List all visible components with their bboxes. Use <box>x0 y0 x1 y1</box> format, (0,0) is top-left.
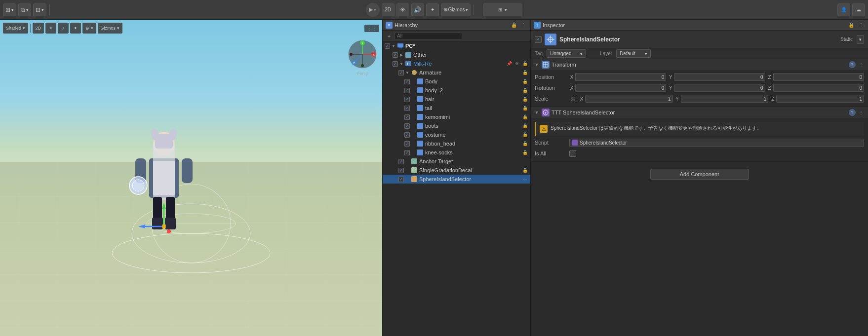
transform-options-btn[interactable]: ⋮ <box>857 61 865 69</box>
hierarchy-item-costume[interactable]: ▶ costume 🔒 <box>383 130 530 139</box>
hierarchy-item-milk-re[interactable]: ▼ P Milk-Re 📌 👁 🔒 <box>383 59 530 68</box>
transform-scale-z-input[interactable] <box>776 95 864 103</box>
hierarchy-checkbox-armature[interactable] <box>397 69 404 76</box>
hierarchy-label-hair: hair <box>425 96 434 102</box>
milk-re-eye-icon[interactable]: 👁 <box>513 60 520 67</box>
hierarchy-label-single-gradation: SingleGradationDecal <box>419 167 472 173</box>
scene-audio-btn[interactable]: ♪ <box>58 23 69 34</box>
ttt-options-btn[interactable]: ⋮ <box>857 109 865 116</box>
scene-lights-btn[interactable]: ☀ <box>45 23 56 34</box>
add-component-button[interactable]: Add Component <box>650 169 749 180</box>
transform-position-y-input[interactable] <box>674 73 765 81</box>
hierarchy-arrow-milk-re[interactable]: ▼ <box>398 61 404 67</box>
transform-position-x: X <box>569 73 666 81</box>
transform-rotation-x-input[interactable] <box>575 84 666 92</box>
hierarchy-icon-armature <box>410 69 418 76</box>
hierarchy-lock-btn[interactable]: 🔒 <box>510 21 518 29</box>
hierarchy-options-btn[interactable]: ⋮ <box>519 21 527 29</box>
hierarchy-item-anchor-target[interactable]: ▶ Anchor Target <box>383 157 530 166</box>
hierarchy-item-other[interactable]: ▶ Other <box>383 50 530 59</box>
transform-help-btn[interactable]: ? <box>849 61 856 68</box>
scene-fx-btn[interactable]: ✦ <box>70 23 81 34</box>
transform-rotation-fields: X Y Z <box>569 84 864 92</box>
hierarchy-search-input[interactable] <box>395 32 462 40</box>
hierarchy-arrow-other[interactable]: ▶ <box>398 52 404 58</box>
transform-scale-x-input[interactable] <box>585 95 673 103</box>
toolbar-extra-btn[interactable]: ⊟ ▾ <box>33 3 46 16</box>
hierarchy-label-knee-socks: knee-socks <box>425 149 453 155</box>
inspector-go-icon <box>545 34 556 45</box>
toolbar-play-btn[interactable]: ▶ ▾ <box>366 3 380 17</box>
isall-checkbox[interactable] <box>569 150 576 157</box>
hierarchy-checkbox-body[interactable] <box>403 78 410 85</box>
hierarchy-item-body[interactable]: ▶ Body 🔒 <box>383 77 530 86</box>
hierarchy-item-kemomimi[interactable]: ▶ kemomimi 🔒 <box>383 112 530 121</box>
hierarchy-item-boots[interactable]: ▶ boots 🔒 <box>383 121 530 130</box>
hierarchy-label-boots: boots <box>425 123 438 129</box>
hierarchy-item-body2[interactable]: ▶ body_2 🔒 <box>383 86 530 95</box>
svg-rect-35 <box>165 218 176 229</box>
body-lock-icon[interactable]: 🔒 <box>521 78 528 85</box>
scale-link-icon[interactable]: ⛓ <box>569 95 577 103</box>
hierarchy-item-pc[interactable]: ▼ PC* <box>383 41 530 50</box>
transform-header[interactable]: ▼ Transform ? ⋮ <box>531 59 868 70</box>
scene-gizmo-btn[interactable]: Gizmos ▾ <box>98 23 122 34</box>
inspector-layer-dropdown[interactable]: Default ▾ <box>616 49 651 58</box>
ttt-header[interactable]: ▼ T TTT SphereIslandSelector ? ⋮ <box>531 107 868 118</box>
hierarchy-item-ribbon-head[interactable]: ▶ ribbon_head 🔒 <box>383 139 530 148</box>
toolbar-gizmo-btn[interactable]: ⊕ Gizmos ▾ <box>441 3 471 16</box>
hierarchy-add-btn[interactable]: + <box>385 32 394 40</box>
axis-widget[interactable]: Y X Z Persp <box>348 39 377 69</box>
inspector-tag-dropdown[interactable]: Untagged ▾ <box>547 49 586 58</box>
ttt-body: ⚠ SphereIslandSelector は実験的な機能です。予告なく機能変… <box>531 118 868 161</box>
ttt-help-btn[interactable]: ? <box>849 109 856 116</box>
transform-rotation-y-input[interactable] <box>674 84 765 92</box>
toolbar-account-btn[interactable]: 👤 <box>837 3 850 16</box>
hierarchy-item-hair[interactable]: ▶ hair 🔒 <box>383 95 530 104</box>
milk-re-pin-icon[interactable]: 📌 <box>506 60 513 67</box>
script-value-field[interactable]: SphereIslandSelector <box>569 139 864 147</box>
transform-scale-row: Scale ⛓ X Y Z <box>535 94 864 104</box>
hierarchy-item-single-gradation[interactable]: ▶ SingleGradationDecal 🔒 <box>383 166 530 175</box>
toolbar-cloud-btn[interactable]: ☁ <box>852 3 865 16</box>
scene-shaded-btn[interactable]: Shaded ▾ <box>3 23 28 34</box>
hierarchy-item-sphere-island[interactable]: ▶ SphereIslandSelector ⊹ <box>383 175 530 184</box>
transform-rotation-z-input[interactable] <box>773 84 864 92</box>
script-file-icon <box>572 140 578 146</box>
sep-2 <box>473 4 474 15</box>
svg-rect-24 <box>153 141 175 200</box>
scene-scene-btn[interactable]: ⊕ ▾ <box>82 23 96 34</box>
toolbar-layout-right-btn[interactable]: ⊞ ▾ <box>483 3 522 16</box>
toolbar-light-btn[interactable]: ☀ <box>396 3 409 16</box>
hierarchy-checkbox-other[interactable] <box>392 51 398 58</box>
svg-point-53 <box>361 64 364 67</box>
hierarchy-arrow-armature[interactable]: ▼ <box>404 70 410 75</box>
inspector-lock-btn[interactable]: 🔒 <box>847 21 855 29</box>
toolbar-layers-btn[interactable]: ⧉ ▾ <box>18 3 31 16</box>
milk-re-lock-icon[interactable]: 🔒 <box>521 60 528 67</box>
hierarchy-arrow-pc[interactable]: ▼ <box>391 43 396 49</box>
hierarchy-content[interactable]: ▼ PC* ▶ Other <box>383 41 530 336</box>
scene-2d-btn[interactable]: 2D <box>33 23 44 34</box>
toolbar-2d-btn[interactable]: 2D <box>382 3 395 16</box>
hierarchy-item-armature[interactable]: ▼ Armature 🔒 <box>383 68 530 77</box>
inspector-header: i Inspector 🔒 ⋮ <box>531 20 868 31</box>
transform-position-x-input[interactable] <box>575 73 666 81</box>
main-content: Shaded ▾ 2D ☀ ♪ ✦ ⊕ ▾ Gizmos ▾ ⋮⋮ Y X <box>0 20 868 336</box>
hierarchy-item-tail[interactable]: ▶ tail 🔒 <box>383 104 530 112</box>
inspector-static-dropdown[interactable]: ▾ <box>857 35 864 44</box>
toolbar-effects-btn[interactable]: ✦ <box>426 3 439 16</box>
inspector-options-btn[interactable]: ⋮ <box>857 21 865 29</box>
scene-view[interactable]: Shaded ▾ 2D ☀ ♪ ✦ ⊕ ▾ Gizmos ▾ ⋮⋮ Y X <box>0 20 383 336</box>
transform-expand-icon: ▼ <box>534 62 540 68</box>
hierarchy-checkbox-pc[interactable] <box>384 42 391 49</box>
transform-position-z-input[interactable] <box>773 73 864 81</box>
inspector-layer-label: Layer <box>600 51 612 56</box>
hierarchy-checkbox-milk-re[interactable] <box>392 60 398 67</box>
hierarchy-item-knee-socks[interactable]: ▶ knee-socks 🔒 <box>383 148 530 157</box>
inspector-go-checkbox[interactable] <box>535 36 542 43</box>
transform-scale-y-input[interactable] <box>681 95 769 103</box>
toolbar-sound-btn[interactable]: 🔊 <box>411 3 424 16</box>
toolbar-layout-btn[interactable]: ⊞ ▾ <box>3 3 16 16</box>
armature-lock-icon[interactable]: 🔒 <box>521 69 528 76</box>
